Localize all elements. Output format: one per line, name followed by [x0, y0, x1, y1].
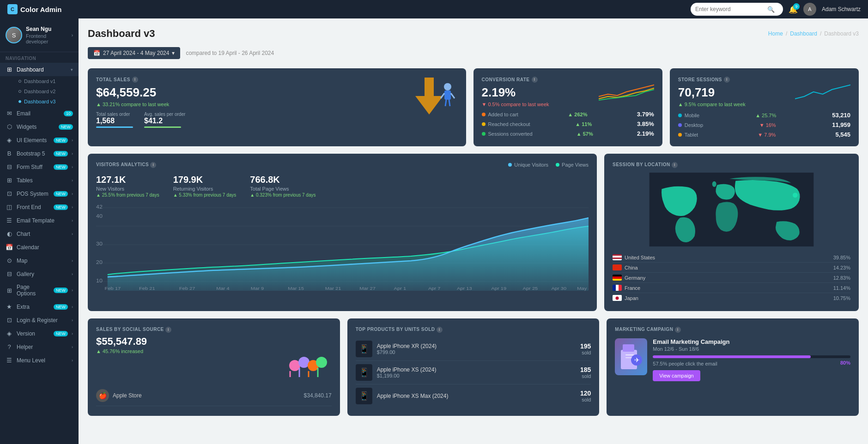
view-campaign-button[interactable]: View campaign [653, 370, 700, 381]
email-icon: ✉ [6, 110, 13, 117]
svg-rect-47 [625, 354, 634, 355]
breadcrumb-dashboard[interactable]: Dashboard [790, 30, 817, 37]
sidebar-item-login[interactable]: ⊡ Login & Register › [0, 313, 79, 327]
sidebar-item-email-template[interactable]: ☰ Email Template › [0, 214, 79, 227]
sales-social-card: SALES BY SOCIAL SOURCE i $55,547.89 ▲ 45… [88, 318, 340, 416]
svg-line-5 [445, 100, 446, 106]
info-icon[interactable]: i [675, 327, 681, 333]
sessions-sparkline [795, 83, 850, 101]
login-icon: ⊡ [6, 317, 13, 324]
sidebar-item-pos[interactable]: ⊡ POS System NEW › [0, 187, 79, 200]
svg-rect-48 [625, 357, 632, 358]
sidebar-item-menu-level[interactable]: ☰ Menu Level › [0, 354, 79, 367]
sidebar-item-widgets[interactable]: ⬡ Widgets NEW [0, 120, 79, 133]
info-icon[interactable]: i [437, 327, 443, 333]
info-icon[interactable]: i [150, 162, 156, 168]
info-icon[interactable]: i [724, 77, 730, 83]
info-icon[interactable]: i [532, 77, 538, 83]
svg-text:Feb 21: Feb 21 [139, 286, 155, 291]
date-range-button[interactable]: 📅 27 April 2024 - 4 May 2024 ▾ [88, 47, 180, 59]
product-item-2: 📱 Apple iPhone XS (2024) $1,199.00 185 s… [356, 361, 591, 384]
breadcrumb-current: Dashboard v3 [824, 30, 859, 37]
sidebar-item-chart[interactable]: ◐ Chart › [0, 227, 79, 240]
sidebar-item-bootstrap5[interactable]: B Bootstrap 5 NEW › [0, 147, 79, 160]
sidebar-item-dashboard[interactable]: ⊞ Dashboard ▾ [0, 63, 79, 76]
pageviews-stat: 766.8K Total Page Views ▲ 0.323% from pr… [250, 174, 316, 198]
sidebar-item-form-stuff[interactable]: ⊟ Form Stuff NEW › [0, 160, 79, 174]
svg-text:Mar 21: Mar 21 [325, 286, 341, 291]
conversion-label: CONVERSION RATE i [482, 77, 654, 83]
pos-icon: ⊡ [6, 190, 13, 197]
svg-point-1 [444, 83, 451, 90]
version-icon: ◈ [6, 330, 13, 337]
sidebar-item-helper[interactable]: ? Helper › [0, 340, 79, 354]
sub-dot-active [18, 100, 21, 103]
profile-chevron-icon[interactable]: › [72, 33, 73, 38]
notification-badge: 9 [793, 3, 800, 10]
conversion-sparkline [599, 83, 654, 101]
progress-pct: 80% [840, 360, 850, 366]
visitors-chart-card: VISITORS ANALYTICS i Unique Visitors Pag… [88, 154, 597, 311]
conv-row-3: Sessions converted ▲ 57% 2.19% [482, 130, 654, 137]
avatar[interactable]: A [803, 3, 816, 16]
sidebar-item-extra[interactable]: ★ Extra NEW › [0, 300, 79, 313]
new-visitors-stat: 127.1K New Visitors ▲ 25.5% from previou… [96, 174, 159, 198]
calendar-icon: 📅 [93, 50, 100, 56]
page-header: Dashboard v3 Home / Dashboard / Dashboar… [88, 28, 859, 40]
flag-china [613, 264, 622, 270]
svg-text:42: 42 [96, 204, 103, 210]
source-apple: 🍎 Apple Store $34,840.17 [96, 385, 332, 406]
chevron-right-icon: › [72, 258, 73, 263]
sidebar-item-map[interactable]: ⊙ Map › [0, 254, 79, 267]
product-img-2: 📱 [356, 364, 372, 381]
bottom-row: SALES BY SOCIAL SOURCE i $55,547.89 ▲ 45… [88, 318, 859, 416]
product-img-3: 📱 [356, 388, 372, 404]
sidebar-item-dashboard-v1[interactable]: Dashboard v1 [13, 76, 79, 86]
flag-germany [613, 275, 622, 281]
brand-icon: C [7, 4, 18, 14]
sessions-tablet: Tablet ▼ 7.9% 5,545 [678, 131, 850, 138]
marketing-campaign-card: MARKETING CAMPAIGN i ✈ Email Ma [607, 318, 859, 416]
calendar-icon: 📅 [6, 244, 13, 251]
chevron-right-icon: › [72, 305, 73, 309]
stats-row: TOTAL SALES i $64,559.25 ▲ 33.21% compar… [88, 68, 859, 146]
svg-text:Apr 19: Apr 19 [491, 286, 506, 291]
sidebar-item-tables[interactable]: ⊞ Tables › [0, 174, 79, 187]
sidebar-item-dashboard-v2[interactable]: Dashboard v2 [13, 86, 79, 96]
country-list: United States 39.85% China 14.23% [613, 252, 850, 303]
breadcrumb-sep2: / [820, 30, 821, 37]
sidebar-item-email[interactable]: ✉ Email 10 [0, 107, 79, 120]
campaign-info: Email Marketing Campaign Mon 12/6 - Sun … [653, 338, 850, 381]
info-icon[interactable]: i [672, 162, 678, 168]
search-box[interactable]: 🔍 [691, 3, 783, 16]
svg-text:Mar 4: Mar 4 [216, 286, 230, 291]
apple-icon: 🍎 [96, 389, 109, 402]
flag-japan [613, 295, 622, 301]
product-item-3: 📱 Apple iPhone XS Max (2024) 120 sold [356, 384, 591, 408]
campaign-click: 57.5% people click the email [653, 361, 717, 366]
conv-row-1: Added to cart ▲ 262% 3.79% [482, 111, 654, 118]
campaign-illustration: ✈ [615, 338, 647, 375]
sidebar-item-dashboard-v3[interactable]: Dashboard v3 [13, 96, 79, 107]
breadcrumb-home[interactable]: Home [768, 30, 783, 37]
sidebar-item-calendar[interactable]: 📅 Calendar [0, 240, 79, 254]
chevron-right-icon: › [72, 272, 73, 276]
info-icon[interactable]: i [165, 327, 171, 333]
search-input[interactable] [695, 6, 765, 12]
country-japan: Japan 10.75% [613, 293, 850, 303]
sessions-value: 70,719 [678, 85, 746, 100]
sidebar-item-ui-elements[interactable]: ◈ UI Elements NEW › [0, 133, 79, 147]
sidebar-item-frontend[interactable]: ◫ Front End NEW › [0, 200, 79, 214]
notification-bell[interactable]: 🔔 9 [789, 5, 798, 14]
info-icon[interactable]: i [132, 77, 138, 83]
sidebar-item-version[interactable]: ◈ Version NEW › [0, 327, 79, 340]
frontend-icon: ◫ [6, 204, 13, 210]
svg-text:40: 40 [96, 214, 103, 219]
svg-text:Apr 30: Apr 30 [551, 286, 566, 291]
sidebar-item-gallery[interactable]: ⊟ Gallery › [0, 267, 79, 281]
page-title: Dashboard v3 [88, 28, 155, 40]
svg-text:30: 30 [96, 241, 103, 246]
product-item-1: 📱 Apple iPhone XR (2024) $799.00 195 sol… [356, 337, 591, 361]
search-icon[interactable]: 🔍 [767, 6, 775, 13]
sidebar-item-page-options[interactable]: ⊞ Page Options NEW › [0, 281, 79, 300]
